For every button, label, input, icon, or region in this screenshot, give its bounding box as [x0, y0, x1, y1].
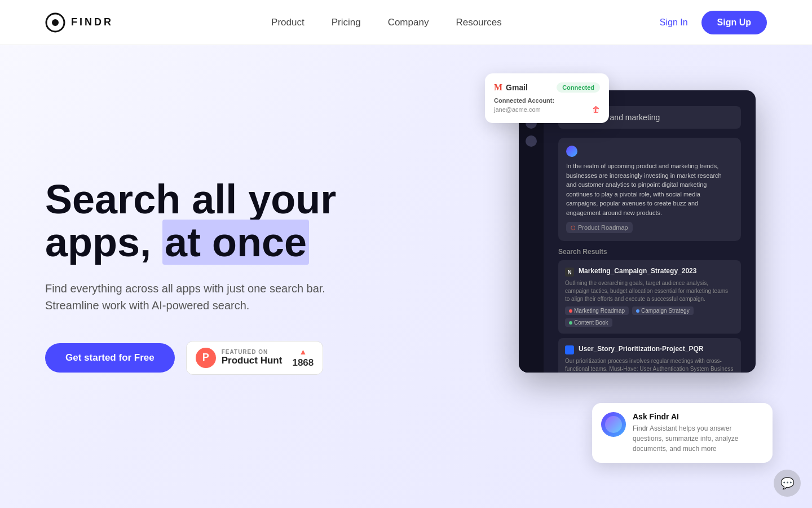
hero-title-line2: apps,	[45, 220, 151, 265]
roadmap-icon: ⬡	[571, 225, 576, 231]
result-2-desc: Our prioritization process involves regu…	[565, 357, 734, 373]
ai-result-text: In the realm of upcoming product and mar…	[566, 161, 733, 217]
tag-marketing: Marketing Roadmap	[565, 306, 629, 315]
result-item-2: User_Story_Prioritization-Project_PQR Ou…	[558, 338, 741, 373]
result-1-tags: Marketing Roadmap Campaign Strategy Cont…	[565, 306, 734, 327]
product-hunt-count: ▲ 1868	[292, 347, 314, 369]
ai-result-card: In the realm of upcoming product and mar…	[558, 138, 741, 241]
search-results-label: Search Results	[558, 248, 741, 256]
ask-ai-title: Ask Findr AI	[633, 412, 764, 421]
nav-company[interactable]: Company	[388, 17, 429, 28]
hero-title: Search all your apps, at once	[45, 178, 395, 264]
ai-result-tag: ⬡ Product Roadmap	[566, 222, 633, 233]
gmail-icon: M	[494, 82, 502, 93]
ask-ai-avatar-inner	[605, 416, 622, 433]
logo[interactable]: FINDR	[45, 12, 113, 33]
hero-section: Search all your apps, at once Find every…	[0, 45, 812, 508]
hero-title-highlight: at once	[162, 220, 309, 265]
ask-ai-desc: Findr Assistant helps you answer questio…	[633, 423, 764, 454]
product-hunt-badge[interactable]: P FEATURED ON Product Hunt ▲ 1868	[186, 341, 323, 375]
logo-icon	[45, 12, 65, 33]
gmail-email: jane@acme.com	[494, 106, 541, 113]
tag-content: Content Book	[565, 318, 612, 327]
hero-subtitle: Find everything across all apps with jus…	[45, 280, 327, 314]
logo-text: FINDR	[71, 16, 113, 28]
result-item-1: N Marketing_Campaign_Strategy_2023 Outli…	[558, 260, 741, 334]
gmail-account-value: jane@acme.com 🗑	[494, 105, 600, 114]
gmail-connected-badge: Connected	[557, 82, 600, 93]
gmail-label: Gmail	[506, 83, 528, 92]
ask-ai-content: Ask Findr AI Findr Assistant helps you a…	[633, 412, 764, 454]
ph-featured-label: FEATURED ON	[222, 349, 283, 355]
gmail-card-header: M Gmail Connected	[494, 82, 600, 93]
sign-in-button[interactable]: Sign In	[660, 17, 688, 28]
ai-tag-label: Product Roadmap	[578, 224, 628, 231]
result-1-title: Marketing_Campaign_Strategy_2023	[579, 267, 696, 275]
tag-campaign: Campaign Strategy	[632, 306, 694, 315]
navbar: FINDR Product Pricing Company Resources …	[0, 0, 812, 45]
delete-icon[interactable]: 🗑	[592, 105, 600, 114]
notion-icon: N	[565, 268, 574, 277]
nav-actions: Sign In Sign Up	[660, 11, 767, 34]
jira-icon	[565, 345, 574, 354]
gmail-card: M Gmail Connected Connected Account: jan…	[485, 73, 609, 123]
chat-bubble[interactable]: 💬	[774, 470, 801, 497]
product-hunt-text: FEATURED ON Product Hunt	[222, 349, 283, 366]
nav-links: Product Pricing Company Resources	[271, 17, 502, 28]
nav-pricing[interactable]: Pricing	[332, 17, 361, 28]
ph-name: Product Hunt	[222, 355, 283, 366]
hero-actions: Get started for Free P FEATURED ON Produ…	[45, 341, 395, 375]
product-hunt-logo: P	[196, 348, 216, 368]
ph-arrow-icon: ▲	[299, 347, 307, 356]
gmail-service-name: M Gmail	[494, 82, 528, 93]
result-1-desc: Outlining the overarching goals, target …	[565, 279, 734, 303]
result-2-title: User_Story_Prioritization-Project_PQR	[579, 345, 703, 353]
ph-vote-count: 1868	[292, 357, 314, 369]
svg-point-1	[52, 19, 59, 26]
app-sidebar	[519, 90, 544, 373]
app-window: 🔍 product and marketing In the realm of …	[519, 90, 756, 373]
ask-ai-avatar	[601, 412, 626, 437]
get-started-button[interactable]: Get started for Free	[45, 343, 175, 373]
sidebar-icon-3	[526, 135, 537, 147]
nav-resources[interactable]: Resources	[456, 17, 501, 28]
hero-mockup: M Gmail Connected Connected Account: jan…	[395, 45, 767, 508]
ai-result-icon	[566, 146, 577, 157]
gmail-account-label: Connected Account:	[494, 97, 600, 104]
sign-up-button[interactable]: Sign Up	[701, 11, 767, 34]
ask-ai-card: Ask Findr AI Findr Assistant helps you a…	[592, 403, 773, 463]
hero-content: Search all your apps, at once Find every…	[45, 178, 395, 374]
nav-product[interactable]: Product	[271, 17, 304, 28]
chat-icon: 💬	[780, 476, 795, 490]
hero-title-line1: Search all your	[45, 177, 336, 222]
